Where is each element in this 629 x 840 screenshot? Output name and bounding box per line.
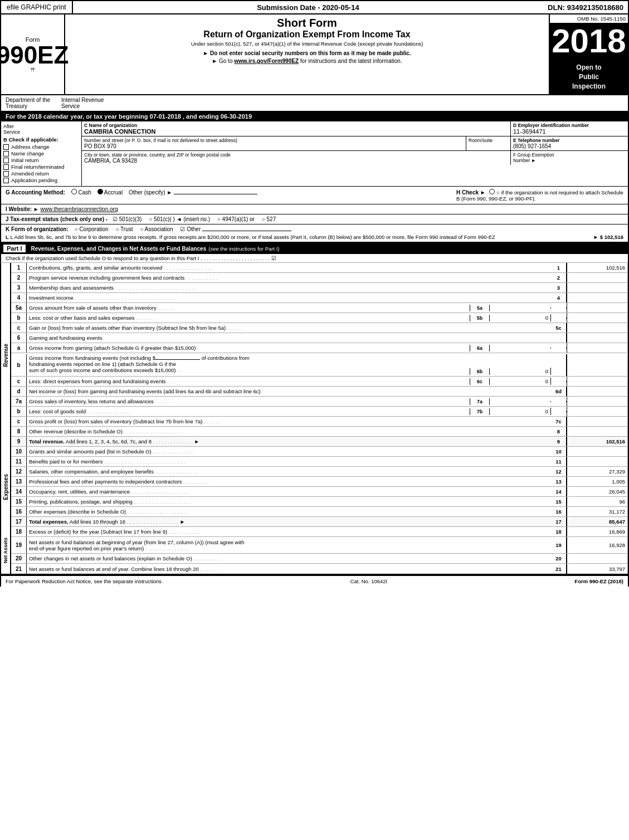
line-num-7c: c [11, 417, 27, 426]
other-option: Other (specify) ► [129, 189, 257, 196]
line-num-1: 1 [11, 263, 27, 272]
line-desc-7c: Gross profit or (loss) from sales of inv… [27, 418, 551, 425]
line-amt-7c [567, 417, 628, 426]
line-num-9: 9 [11, 437, 27, 446]
h-radio[interactable] [489, 189, 495, 194]
address-label: Number and street (or P. O. box, if mail… [84, 138, 464, 143]
check-final: Final return/terminated [3, 164, 79, 170]
check-box-name[interactable] [3, 151, 9, 157]
line-num-7b: b [11, 407, 27, 416]
open-to-public: Open toPublicInspection [550, 60, 628, 94]
page: efile GRAPHIC print Submission Date - 20… [0, 0, 629, 587]
check-label-final: Final return/terminated [11, 164, 65, 170]
line-row-12: 12 Salaries, other compensation, and emp… [11, 467, 628, 477]
line-amt-num-19: 19 [551, 537, 567, 553]
line-row-6c: c Less: direct expenses from gaming and … [11, 377, 628, 387]
ref-6a: 6a [470, 345, 490, 351]
cash-option: Cash [71, 189, 93, 196]
expenses-bracket: Expenses [1, 447, 11, 527]
line-num-21: 21 [11, 564, 27, 574]
check-box-final[interactable] [3, 164, 9, 170]
line-num-13: 13 [11, 477, 27, 486]
after-service-label: AfterService [3, 124, 79, 135]
line-amt-num-21: 21 [551, 564, 567, 574]
line-num-6c: c [11, 377, 27, 386]
revenue-section: Revenue 1 Contributions, gifts, grants, … [0, 263, 629, 447]
line-num-15: 15 [11, 497, 27, 506]
line-row-8: 8 Other revenue (describe in Schedule O)… [11, 427, 628, 437]
line-num-6: 6 [11, 333, 27, 343]
line-amt-10 [567, 447, 628, 456]
line-amt-8 [567, 427, 628, 436]
val-6a [490, 348, 551, 349]
accrual-radio[interactable]: ✓ [97, 189, 103, 194]
line-amt-5a [567, 303, 628, 312]
line-num-14: 14 [11, 487, 27, 496]
address-value: PO BOX 970 [84, 143, 464, 149]
check-box-initial[interactable] [3, 158, 9, 163]
part1-label: Part I [3, 245, 26, 252]
kl-row: K Form of organization: ○ Corporation ○ … [0, 224, 629, 243]
line-row-3: 3 Membership dues and assessments . . . … [11, 283, 628, 293]
l-label: L [6, 234, 9, 240]
line-row-13: 13 Professional fees and other payments … [11, 477, 628, 487]
efile-label: efile GRAPHIC print [1, 1, 73, 13]
dln-number: DLN: 93492135018680 [543, 1, 628, 13]
line-desc-12: Salaries, other compensation, and employ… [27, 468, 551, 475]
check-box-address[interactable] [3, 144, 9, 150]
phone-value: (805) 927-1654 [513, 143, 626, 149]
line-desc-9: Total revenue. Add lines 1, 2, 3, 4, 5c,… [27, 438, 551, 445]
line-desc-19: Net assets or fund balances at beginning… [27, 539, 551, 552]
line-amt-num-20: 20 [551, 554, 567, 563]
val-7a [490, 401, 551, 402]
dept-label: Department of theTreasury [6, 97, 50, 109]
line-desc-5a: Gross amount from sale of assets other t… [27, 304, 470, 311]
val-5a [490, 307, 551, 309]
line-row-14: 14 Occupancy, rent, utilities, and maint… [11, 487, 628, 497]
check-box-pending[interactable] [3, 178, 9, 183]
city-row: City or town, state or province, country… [82, 151, 628, 165]
line-num-17: 17 [11, 517, 27, 526]
line-amt-num-5c: 5c [551, 323, 567, 333]
check-label-address: Address change [11, 144, 50, 150]
k-label: K Form of organization: [6, 226, 69, 232]
line-amt-num-17: 17 [551, 517, 567, 526]
line-amt-num-3: 3 [551, 283, 567, 292]
check-label-pending: Application pending [11, 177, 57, 183]
accounting-row: G Accounting Method: Cash ✓ Accrual Othe… [0, 187, 629, 204]
k-assoc: ○ Association [140, 226, 173, 232]
net-assets-label: Net Assets [3, 538, 8, 563]
l-amount: ► $ 102,516 [593, 234, 623, 240]
line-amt-6 [567, 333, 628, 343]
form-number: 990EZ [0, 43, 69, 67]
line-row-5c: c Gain or (loss) from sale of assets oth… [11, 323, 628, 333]
expenses-label: Expenses [3, 474, 9, 500]
status-4947: ○ 4947(a)(1) or [217, 216, 255, 222]
line-amt-3 [567, 283, 628, 292]
form-title-block: Short Form Return of Organization Exempt… [65, 14, 550, 94]
line-num-6b: b [11, 354, 27, 376]
address-row: Number and street (or P. O. box, if mail… [82, 136, 628, 151]
line-num-5b: b [11, 313, 27, 323]
part1-subtitle: (see the instructions for Part I) [208, 246, 279, 252]
line-amt-9: 102,516 [567, 437, 628, 446]
line-amt-6a [567, 343, 628, 353]
check-initial: Initial return [3, 157, 79, 163]
line-row-6d: d Net income or (loss) from gaming and f… [11, 387, 628, 397]
line-row-9: 9 Total revenue. Add lines 1, 2, 3, 4, 5… [11, 437, 628, 447]
line-amt-num-13: 13 [551, 477, 567, 486]
ref-5a: 5a [470, 305, 490, 311]
short-form-title: Short Form [71, 17, 543, 30]
line-row-18: 18 Excess or (deficit) for the year (Sub… [11, 527, 628, 537]
val-5b: 0 [490, 314, 551, 321]
line-row-11: 11 Benefits paid to or for members . . .… [11, 457, 628, 467]
line-desc-6d: Net income or (loss) from gaming and fun… [27, 388, 551, 395]
footer-left: For Paperwork Reduction Act Notice, see … [6, 578, 163, 584]
check-box-amended[interactable] [3, 171, 9, 177]
address-cell: Number and street (or P. O. box, if mail… [82, 136, 466, 150]
line-amt-num-1: 1 [551, 263, 567, 272]
line-amt-11 [567, 457, 628, 466]
cash-radio[interactable] [71, 189, 77, 194]
line-desc-21: Net assets or fund balances at end of ye… [27, 565, 551, 573]
line-amt-num-15: 15 [551, 497, 567, 506]
